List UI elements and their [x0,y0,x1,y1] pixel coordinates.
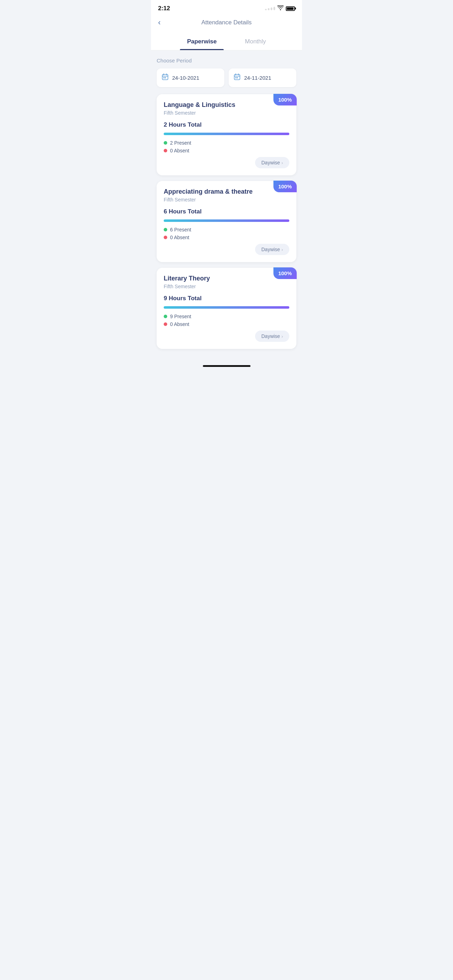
tab-monthly[interactable]: Monthly [238,35,273,50]
present-row-3: 9 Present [164,313,289,319]
status-bar: 2:12 [151,0,302,15]
page-header: ‹ Attendance Details [151,15,302,32]
semester-label-1: Fifth Semester [164,110,289,116]
calendar-end-icon [234,73,241,82]
status-icons [265,5,295,12]
signal-icon [265,7,275,10]
status-time: 2:12 [158,5,170,12]
absent-label-1: 0 Absent [170,148,189,153]
present-dot-1 [164,141,167,145]
start-date-value: 24-10-2021 [172,75,199,81]
progress-bar-3 [164,306,289,309]
calendar-start-icon [162,73,168,82]
present-row-1: 2 Present [164,140,289,146]
daywise-button-2[interactable]: Daywise › [255,244,289,255]
subject-name-3: Literary Theory [164,275,289,282]
semester-label-3: Fifth Semester [164,284,289,289]
card-footer-2: Daywise › [164,244,289,255]
present-label-1: 2 Present [170,140,191,146]
hours-total-3: 9 Hours Total [164,295,289,302]
svg-rect-4 [235,77,236,78]
subject-name-2: Appreciating drama & theatre [164,188,289,196]
daywise-button-3[interactable]: Daywise › [255,331,289,342]
attendance-card-lang-linguistics: 100% Language & Linguistics Fifth Semest… [157,94,296,175]
semester-label-2: Fifth Semester [164,197,289,202]
attendance-stats-3: 9 Present 0 Absent [164,313,289,327]
present-label-3: 9 Present [170,313,191,319]
page-title: Attendance Details [158,19,295,26]
home-indicator [203,365,251,367]
absent-row-2: 0 Absent [164,235,289,240]
back-button[interactable]: ‹ [158,18,161,27]
end-date-picker[interactable]: 24-11-2021 [229,68,296,87]
absent-dot-3 [164,323,167,326]
wifi-icon [277,5,284,12]
absent-row-1: 0 Absent [164,148,289,153]
end-date-value: 24-11-2021 [244,75,271,81]
attendance-stats-1: 2 Present 0 Absent [164,140,289,153]
subject-name-1: Language & Linguistics [164,101,289,109]
hours-total-1: 2 Hours Total [164,121,289,129]
absent-label-2: 0 Absent [170,235,189,240]
percentage-badge-1: 100% [273,94,297,105]
start-date-picker[interactable]: 24-10-2021 [157,68,224,87]
battery-icon [286,6,295,11]
card-footer-1: Daywise › [164,157,289,168]
tab-paperwise[interactable]: Paperwise [180,35,224,50]
absent-label-3: 0 Absent [170,321,189,327]
progress-bar-2 [164,220,289,222]
card-footer-3: Daywise › [164,331,289,342]
chevron-right-icon-2: › [281,247,283,252]
attendance-card-literary-theory: 100% Literary Theory Fifth Semester 9 Ho… [157,268,296,349]
svg-rect-0 [162,75,168,80]
present-row-2: 6 Present [164,227,289,232]
content-area: Choose Period 24-10-2021 [151,51,302,361]
present-label-2: 6 Present [170,227,191,232]
percentage-badge-2: 100% [273,181,297,192]
absent-dot-1 [164,149,167,153]
svg-rect-3 [234,75,240,80]
absent-dot-2 [164,235,167,239]
chevron-right-icon-1: › [281,160,283,165]
attendance-card-drama: 100% Appreciating drama & theatre Fifth … [157,181,296,262]
present-dot-2 [164,228,167,231]
choose-period-label: Choose Period [157,57,296,64]
daywise-button-1[interactable]: Daywise › [255,157,289,168]
absent-row-3: 0 Absent [164,321,289,327]
svg-rect-5 [237,77,238,78]
percentage-badge-3: 100% [273,267,297,279]
present-dot-3 [164,315,167,318]
svg-rect-1 [163,77,164,78]
chevron-right-icon-3: › [281,334,283,339]
attendance-stats-2: 6 Present 0 Absent [164,227,289,240]
progress-bar-1 [164,133,289,135]
svg-rect-2 [165,77,166,78]
date-pickers: 24-10-2021 24-11-2021 [157,68,296,87]
hours-total-2: 6 Hours Total [164,208,289,215]
tabs-container: Paperwise Monthly [151,32,302,51]
